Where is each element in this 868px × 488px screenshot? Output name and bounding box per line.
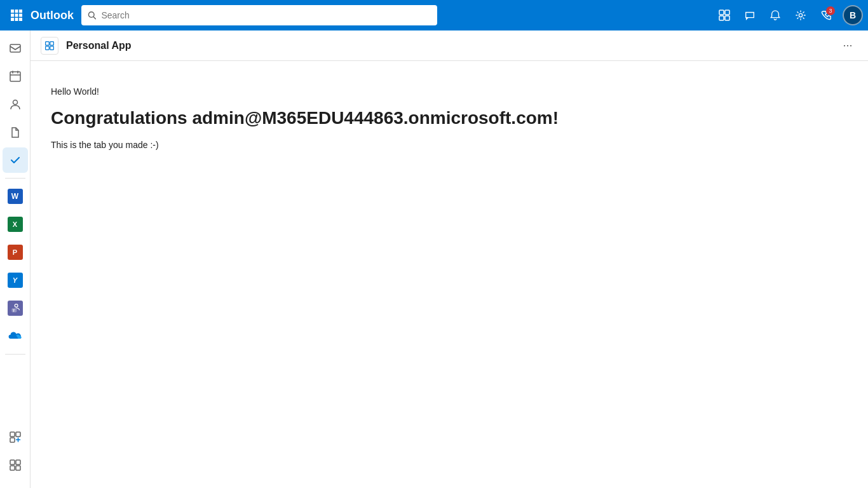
svg-rect-8 <box>19 18 22 21</box>
tab-message-text: This is the tab you made :-) <box>51 140 848 150</box>
calls-badge: 3 <box>826 6 835 15</box>
svg-point-15 <box>799 13 802 17</box>
svg-rect-13 <box>719 16 724 20</box>
sidebar-item-more-apps[interactable] <box>3 452 28 478</box>
search-bar[interactable] <box>81 5 437 25</box>
sidebar-item-people[interactable] <box>3 92 28 117</box>
sidebar-item-files[interactable] <box>3 119 28 145</box>
svg-rect-1 <box>15 10 18 13</box>
svg-rect-24 <box>10 460 15 464</box>
content-area: Personal App ··· Hello World! Congratula… <box>31 30 868 488</box>
notifications-button[interactable] <box>764 4 787 27</box>
svg-rect-21 <box>10 432 15 437</box>
page-title: Personal App <box>66 40 132 51</box>
svg-rect-5 <box>19 14 22 17</box>
sidebar-item-excel[interactable]: X <box>3 212 28 237</box>
svg-rect-7 <box>15 18 18 21</box>
calls-button[interactable]: 3 <box>815 4 837 27</box>
svg-rect-29 <box>50 41 54 45</box>
svg-text:T: T <box>13 309 15 313</box>
sidebar-divider-1 <box>5 178 25 179</box>
svg-rect-26 <box>10 466 15 470</box>
feedback-button[interactable] <box>738 4 761 27</box>
sidebar-bottom <box>3 424 28 483</box>
svg-rect-11 <box>719 10 724 15</box>
sidebar-item-powerpoint[interactable]: P <box>3 240 28 265</box>
excel-icon: X <box>8 217 23 232</box>
sidebar-item-add-apps[interactable] <box>3 424 28 450</box>
topbar: Outlook <box>0 0 868 30</box>
svg-rect-14 <box>725 16 729 20</box>
sidebar-item-yammer[interactable]: Y <box>3 268 28 293</box>
svg-rect-27 <box>16 466 20 470</box>
hello-text: Hello World! <box>51 86 848 97</box>
svg-rect-25 <box>16 460 20 464</box>
yammer-icon: Y <box>8 273 23 288</box>
main-layout: W X P Y T <box>0 30 868 488</box>
svg-rect-23 <box>10 438 15 442</box>
svg-rect-31 <box>50 46 54 50</box>
sidebar-divider-2 <box>5 354 25 355</box>
grid-view-button[interactable] <box>713 4 736 27</box>
svg-rect-17 <box>10 72 20 81</box>
page-header: Personal App ··· <box>31 30 868 61</box>
svg-rect-0 <box>11 10 14 13</box>
svg-rect-2 <box>19 10 22 13</box>
sidebar-item-calendar[interactable] <box>3 64 28 89</box>
ppt-icon: P <box>8 245 23 260</box>
search-icon <box>88 11 96 20</box>
svg-rect-6 <box>11 18 14 21</box>
sidebar-item-word[interactable]: W <box>3 184 28 209</box>
svg-line-10 <box>93 17 95 18</box>
personal-app-icon <box>41 37 58 55</box>
svg-rect-4 <box>15 14 18 17</box>
svg-rect-30 <box>46 46 50 50</box>
sidebar: W X P Y T <box>0 30 31 488</box>
settings-button[interactable] <box>789 4 812 27</box>
avatar-button[interactable]: B <box>843 5 863 25</box>
search-input[interactable] <box>101 10 431 20</box>
topbar-actions: 3 B <box>713 4 863 27</box>
sidebar-item-todo[interactable] <box>3 147 28 173</box>
svg-rect-16 <box>10 44 20 52</box>
sidebar-item-onedrive[interactable] <box>3 323 28 349</box>
page-content: Hello World! Congratulations admin@M365E… <box>31 61 868 488</box>
svg-rect-22 <box>16 432 20 437</box>
svg-point-18 <box>13 100 17 105</box>
congratulations-text: Congratulations admin@M365EDU444863.onmi… <box>51 107 848 130</box>
sidebar-item-mail[interactable] <box>3 36 28 61</box>
svg-rect-28 <box>46 41 50 45</box>
teams-icon: T <box>8 301 23 316</box>
svg-rect-3 <box>11 14 14 17</box>
sidebar-item-teams[interactable]: T <box>3 295 28 321</box>
waffle-button[interactable] <box>5 4 28 27</box>
word-icon: W <box>8 189 23 204</box>
more-options-button[interactable]: ··· <box>837 36 858 56</box>
svg-rect-12 <box>725 10 729 15</box>
app-logo: Outlook <box>31 9 74 22</box>
